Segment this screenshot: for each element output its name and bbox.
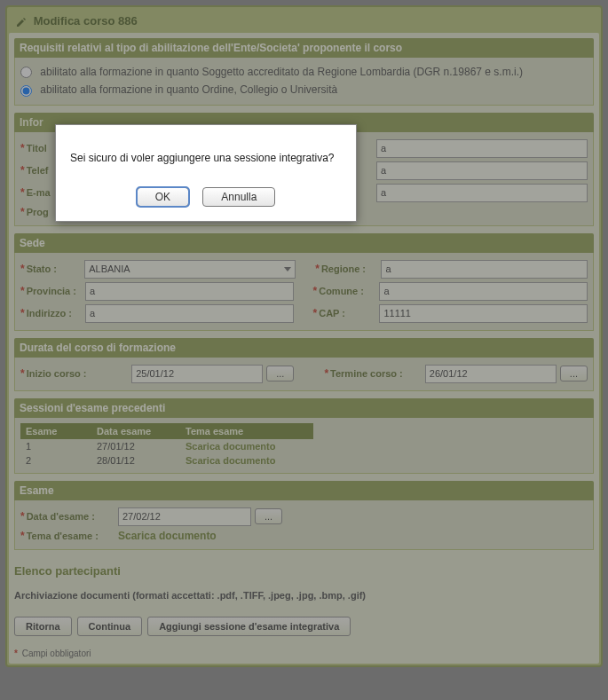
- modal-overlay: [0, 0, 608, 700]
- dialog-cancel-button[interactable]: Annulla: [202, 187, 275, 207]
- confirm-dialog: Sei sicuro di voler aggiungere una sessi…: [55, 124, 357, 222]
- dialog-ok-button[interactable]: OK: [137, 187, 189, 207]
- dialog-message: Sei sicuro di voler aggiungere una sessi…: [70, 143, 342, 187]
